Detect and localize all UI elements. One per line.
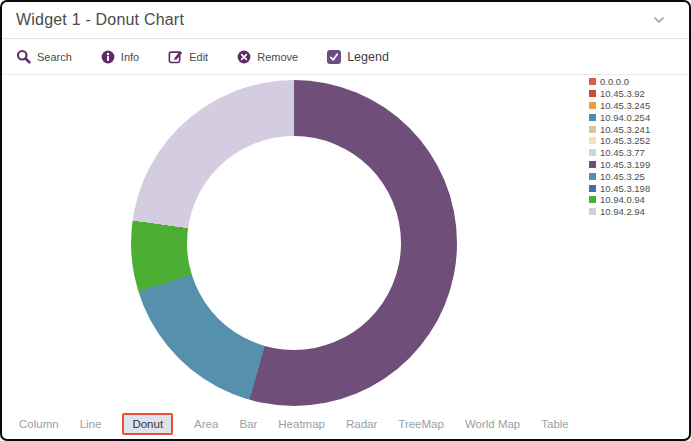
chevron-down-icon[interactable] (651, 12, 667, 28)
legend-label: 10.45.3.25 (600, 171, 645, 182)
search-icon (16, 49, 31, 64)
legend-swatch (589, 102, 596, 109)
legend-item[interactable]: 10.45.3.25 (589, 170, 650, 182)
legend-label: 10.94.2.94 (600, 206, 645, 217)
search-label: Search (37, 51, 72, 63)
edit-label: Edit (189, 51, 208, 63)
legend-swatch (589, 126, 596, 133)
legend-swatch (589, 90, 596, 97)
chart-type-bar: ColumnLineDonutAreaBarHeatmapRadarTreeMa… (2, 408, 689, 439)
widget-header: Widget 1 - Donut Chart (2, 2, 689, 39)
legend-item[interactable]: 10.45.3.199 (589, 159, 650, 171)
widget-title: Widget 1 - Donut Chart (16, 11, 184, 29)
remove-button[interactable]: Remove (237, 50, 298, 64)
widget-toolbar: Search Info Edit Remove Legend (2, 39, 689, 75)
legend-swatch (589, 137, 596, 144)
legend-item[interactable]: 10.45.3.245 (589, 100, 650, 112)
legend-swatch (589, 208, 596, 215)
legend-label: 10.45.3.241 (600, 124, 650, 135)
legend-toggle-label: Legend (347, 50, 389, 64)
legend-swatch (589, 196, 596, 203)
legend-swatch (589, 114, 596, 121)
info-icon (101, 50, 115, 64)
chart-area: 0.0.0.010.45.3.9210.45.3.24510.94.0.2541… (2, 75, 689, 410)
remove-label: Remove (257, 51, 298, 63)
legend-label: 10.45.3.77 (600, 147, 645, 158)
chart-type-donut[interactable]: Donut (122, 413, 173, 435)
legend-label: 10.45.3.92 (600, 88, 645, 99)
legend-label: 10.45.3.198 (600, 183, 650, 194)
legend-swatch (589, 149, 596, 156)
widget-window: Widget 1 - Donut Chart Search Info Edit (0, 0, 691, 441)
legend-item[interactable]: 0.0.0.0 (589, 76, 650, 88)
donut-chart[interactable] (131, 80, 457, 406)
legend-item[interactable]: 10.45.3.77 (589, 147, 650, 159)
legend-swatch (589, 173, 596, 180)
legend-item[interactable]: 10.45.3.241 (589, 123, 650, 135)
legend-label: 0.0.0.0 (600, 76, 629, 87)
legend-swatch (589, 78, 596, 85)
info-button[interactable]: Info (101, 50, 139, 64)
chart-type-table[interactable]: Table (541, 418, 569, 430)
info-label: Info (121, 51, 139, 63)
legend-label: 10.45.3.199 (600, 159, 650, 170)
legend-swatch (589, 185, 596, 192)
chart-type-column[interactable]: Column (19, 418, 59, 430)
chart-type-bar[interactable]: Bar (239, 418, 257, 430)
legend-item[interactable]: 10.94.0.94 (589, 194, 650, 206)
edit-pencil-icon (168, 49, 183, 64)
legend-item[interactable]: 10.94.0.254 (589, 111, 650, 123)
chart-type-treemap[interactable]: TreeMap (398, 418, 444, 430)
remove-icon (237, 50, 251, 64)
legend-item[interactable]: 10.45.3.92 (589, 88, 650, 100)
chart-type-world-map[interactable]: World Map (465, 418, 520, 430)
legend-swatch (589, 161, 596, 168)
legend-item[interactable]: 10.45.3.252 (589, 135, 650, 147)
legend-label: 10.45.3.252 (600, 135, 650, 146)
legend-label: 10.94.0.254 (600, 112, 650, 123)
search-button[interactable]: Search (16, 49, 72, 64)
legend-item[interactable]: 10.94.2.94 (589, 206, 650, 218)
chart-type-line[interactable]: Line (80, 418, 102, 430)
chart-type-radar[interactable]: Radar (346, 418, 377, 430)
edit-button[interactable]: Edit (168, 49, 208, 64)
legend-label: 10.45.3.245 (600, 100, 650, 111)
legend-toggle[interactable]: Legend (327, 50, 389, 64)
chart-type-heatmap[interactable]: Heatmap (278, 418, 325, 430)
legend-label: 10.94.0.94 (600, 194, 645, 205)
chart-type-area[interactable]: Area (194, 418, 218, 430)
legend-item[interactable]: 10.45.3.198 (589, 182, 650, 194)
chart-legend: 0.0.0.010.45.3.9210.45.3.24510.94.0.2541… (589, 76, 650, 218)
legend-checkbox-checked-icon[interactable] (327, 50, 341, 64)
